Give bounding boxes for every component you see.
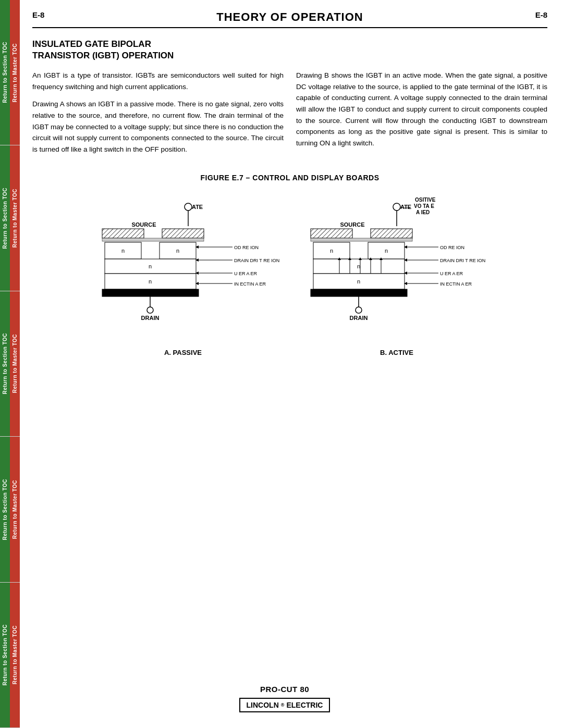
sidebar-master-toc-label-4: Return to Master TOC — [12, 480, 18, 539]
svg-text:OD  RE  ION: OD RE ION — [234, 245, 259, 250]
svg-rect-43 — [311, 238, 412, 241]
sidebar-master-toc-3[interactable]: Return to Master TOC — [10, 291, 20, 436]
page-header: E-8 THEORY OF OPERATION E-8 — [32, 10, 547, 28]
brand-sub: ELECTRIC — [286, 701, 323, 709]
sidebar-section-toc-label-3: Return to Section TOC — [2, 333, 8, 394]
sidebar-master-toc-label-3: Return to Master TOC — [12, 334, 18, 393]
main-content: E-8 THEORY OF OPERATION E-8 INSULATED GA… — [22, 0, 563, 388]
sidebar-master-toc-2[interactable]: Return to Master TOC — [10, 145, 20, 290]
diagram-a-wrapper: ATE SOURCE n n n — [87, 198, 279, 356]
svg-text:n: n — [330, 248, 333, 254]
diagrams-container: ATE SOURCE n n n — [32, 198, 547, 356]
product-name: PRO-CUT 80 — [260, 685, 309, 694]
svg-text:ATE: ATE — [400, 204, 411, 210]
svg-text:DRAIN: DRAIN — [350, 315, 368, 321]
page-number-left: E-8 — [32, 10, 44, 19]
svg-text:IN  ECTIN   A  ER: IN ECTIN A ER — [440, 281, 472, 287]
sidebar-section-toc-5[interactable]: Return to Section TOC — [0, 583, 10, 727]
svg-text:n: n — [149, 278, 152, 285]
svg-text:n: n — [176, 248, 179, 254]
svg-text:DRAIN DRI  T RE  ION: DRAIN DRI T RE ION — [440, 258, 485, 263]
svg-rect-62 — [311, 289, 407, 297]
page-number-right: E-8 — [535, 10, 547, 19]
svg-rect-15 — [102, 289, 199, 297]
svg-text:A   IED: A IED — [416, 209, 430, 215]
right-para-1: Drawing B shows the IGBT in an active mo… — [296, 70, 547, 149]
diagram-b-wrapper: OSITIVE VO TA E A IED ATE SOURCE — [300, 198, 493, 356]
sidebar: Return to Section TOC Return to Master T… — [0, 0, 20, 728]
svg-text:U   ER  A  ER: U ER A ER — [234, 271, 258, 276]
svg-point-64 — [356, 307, 362, 313]
sidebar-master-toc-1[interactable]: Return to Master TOC — [10, 0, 20, 145]
svg-text:DRAIN DRI  T RE  ION: DRAIN DRI T RE ION — [234, 258, 279, 263]
svg-text:n: n — [149, 263, 152, 269]
svg-rect-6 — [102, 238, 204, 241]
sidebar-master-toc-5[interactable]: Return to Master TOC — [10, 583, 20, 727]
sidebar-section-toc-label-2: Return to Section TOC — [2, 188, 8, 249]
text-col-left: An IGBT is a type of transistor. IGBTs a… — [32, 70, 284, 161]
svg-rect-42 — [371, 229, 412, 238]
left-para-2: Drawing A shows an IGBT in a passive mod… — [32, 98, 284, 155]
svg-point-17 — [147, 307, 153, 313]
svg-text:OSITIVE: OSITIVE — [415, 198, 436, 203]
diagram-a-label: A. PASSIVE — [164, 349, 202, 356]
svg-text:n: n — [357, 278, 360, 285]
svg-text:n: n — [121, 248, 125, 254]
sidebar-section-toc-label-1: Return to Section TOC — [2, 42, 8, 103]
sidebar-master-toc-label-1: Return to Master TOC — [12, 43, 18, 102]
sidebar-master-toc-4[interactable]: Return to Master TOC — [10, 437, 20, 582]
sidebar-section-toc-3[interactable]: Return to Section TOC — [0, 291, 10, 436]
svg-point-0 — [185, 203, 192, 211]
sidebar-section-toc-1[interactable]: Return to Section TOC — [0, 0, 10, 145]
svg-rect-41 — [311, 229, 352, 238]
sidebar-section-toc-label-4: Return to Section TOC — [2, 479, 8, 540]
sidebar-section-toc-2[interactable]: Return to Section TOC — [0, 145, 10, 290]
svg-text:IN  ECTIN   A  ER: IN ECTIN A ER — [234, 281, 266, 287]
svg-text:U   ER  A  ER: U ER A ER — [440, 271, 463, 276]
left-para-1: An IGBT is a type of transistor. IGBTs a… — [32, 70, 284, 92]
svg-rect-4 — [102, 229, 144, 238]
svg-text:SOURCE: SOURCE — [340, 221, 364, 228]
svg-text:VO  TA  E: VO TA E — [414, 203, 434, 209]
page-footer: PRO-CUT 80 LINCOLN ® ELECTRIC — [22, 685, 547, 712]
diagram-b-svg: OSITIVE VO TA E A IED ATE SOURCE — [300, 198, 493, 343]
svg-text:SOURCE: SOURCE — [131, 221, 156, 228]
page-title: THEORY OF OPERATION — [44, 10, 535, 24]
sidebar-master-toc-label-2: Return to Master TOC — [12, 189, 18, 248]
svg-text:DRAIN: DRAIN — [141, 315, 160, 321]
svg-text:ATE: ATE — [192, 204, 203, 210]
svg-text:OD  RE  ION: OD RE ION — [440, 245, 464, 250]
figure-caption: FIGURE E.7 – CONTROL AND DISPLAY BOARDS — [32, 174, 547, 182]
lincoln-logo: LINCOLN ® ELECTRIC — [239, 698, 331, 712]
svg-text:n: n — [385, 248, 388, 254]
text-columns: An IGBT is a type of transistor. IGBTs a… — [32, 70, 547, 161]
sidebar-master-toc-label-5: Return to Master TOC — [12, 625, 18, 684]
sidebar-section-toc-label-5: Return to Section TOC — [2, 624, 8, 686]
svg-text:n: n — [357, 263, 360, 269]
svg-point-37 — [393, 203, 400, 211]
sidebar-section-toc-4[interactable]: Return to Section TOC — [0, 437, 10, 582]
svg-rect-5 — [162, 229, 204, 238]
text-col-right: Drawing B shows the IGBT in an active mo… — [296, 70, 547, 161]
registered-symbol: ® — [281, 702, 285, 708]
diagram-b-label: B. ACTIVE — [380, 349, 413, 356]
section-heading: INSULATED GATE BIPOLAR TRANSISTOR (IGBT)… — [32, 39, 547, 61]
brand-name: LINCOLN — [247, 701, 279, 709]
diagram-a-svg: ATE SOURCE n n n — [87, 198, 279, 343]
